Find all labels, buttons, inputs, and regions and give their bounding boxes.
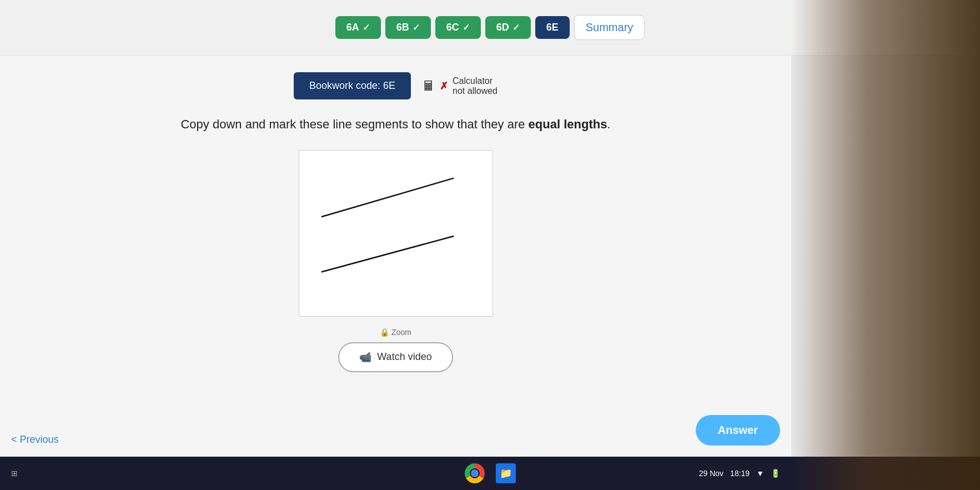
tab-6C-check: ✓	[463, 22, 470, 33]
taskbar-date: 29 Nov	[699, 469, 723, 478]
question-text-before: Copy down and mark these line segments t…	[180, 117, 528, 131]
calculator-text: Calculator not allowed	[453, 76, 497, 96]
answer-label: Answer	[718, 424, 758, 436]
calculator-x-icon: ✗	[440, 80, 448, 92]
tab-bar: 6A ✓ 6B ✓ 6C ✓ 6D ✓ 6E Summary	[0, 0, 980, 56]
tab-6E-label: 6E	[546, 22, 559, 33]
question-text: Copy down and mark these line segments t…	[180, 116, 610, 133]
tab-6D-check: ✓	[512, 22, 520, 33]
bookwork-code-button[interactable]: Bookwork code: 6E	[294, 72, 411, 99]
tab-6C[interactable]: 6C ✓	[435, 16, 481, 39]
tab-6C-label: 6C	[446, 22, 459, 33]
tab-6B-label: 6B	[396, 22, 409, 33]
taskbar: 📁 29 Nov 18:19 ▼ 🔋 ⊞	[0, 457, 980, 490]
answer-button[interactable]: Answer	[696, 415, 780, 446]
tab-6A-label: 6A	[346, 22, 359, 33]
taskbar-right: 29 Nov 18:19 ▼ 🔋	[699, 469, 780, 478]
question-text-bold: equal lengths	[529, 117, 607, 131]
wifi-icon: ▼	[756, 469, 764, 478]
calculator-label: Calculator	[453, 76, 497, 86]
taskbar-left: ⊞	[11, 469, 18, 478]
calculator-sublabel: not allowed	[453, 86, 497, 96]
taskbar-apps-icon: ⊞	[11, 469, 18, 478]
zoom-text: 🔒 Zoom	[380, 328, 411, 337]
tab-6E[interactable]: 6E	[535, 16, 570, 39]
tab-6B[interactable]: 6B ✓	[385, 16, 431, 39]
previous-label: < Previous	[11, 434, 59, 446]
calculator-icon: 🖩	[422, 78, 435, 94]
previous-button[interactable]: < Previous	[11, 434, 59, 446]
tab-6A[interactable]: 6A ✓	[335, 16, 381, 39]
video-icon: 📹	[359, 351, 371, 363]
tab-summary-label: Summary	[586, 21, 634, 34]
zoom-label: Zoom	[391, 328, 411, 337]
watch-video-label: Watch video	[377, 351, 431, 363]
right-overlay	[791, 0, 980, 490]
tab-6A-check: ✓	[363, 22, 370, 33]
battery-icon: 🔋	[771, 469, 780, 478]
watch-video-button[interactable]: 📹 Watch video	[338, 342, 453, 372]
folder-icon[interactable]: 📁	[496, 463, 516, 483]
bookwork-bar: Bookwork code: 6E 🖩 ✗ Calculator not all…	[294, 72, 497, 99]
diagram-box	[299, 150, 493, 317]
taskbar-time: 18:19	[730, 469, 750, 478]
main-content: Bookwork code: 6E 🖩 ✗ Calculator not all…	[0, 56, 791, 490]
tab-6D[interactable]: 6D ✓	[485, 16, 531, 39]
svg-line-0	[321, 178, 453, 217]
diagram-svg	[299, 151, 492, 316]
tab-summary[interactable]: Summary	[574, 15, 645, 40]
tab-6B-check: ✓	[413, 22, 420, 33]
svg-line-1	[321, 236, 453, 272]
tab-6D-label: 6D	[496, 22, 509, 33]
bookwork-code-label: Bookwork code: 6E	[309, 80, 395, 91]
calculator-info: 🖩 ✗ Calculator not allowed	[422, 76, 497, 96]
question-text-after: .	[607, 117, 610, 131]
chrome-icon[interactable]	[465, 463, 485, 483]
zoom-icon: 🔒	[380, 328, 389, 337]
